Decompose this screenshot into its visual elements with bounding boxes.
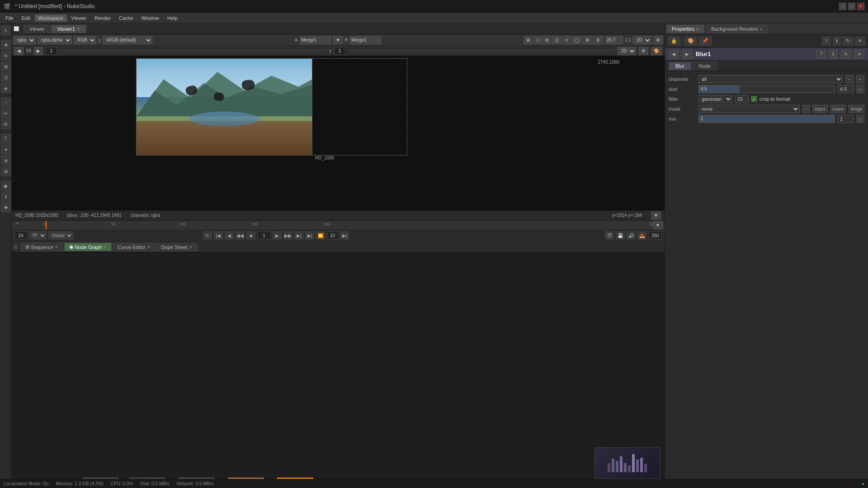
tab-bg-renders-close[interactable]: ✕ [760, 27, 763, 32]
playback-scrubber[interactable] [60, 49, 326, 53]
menu-help[interactable]: Help [164, 14, 181, 22]
close-button[interactable]: ✕ [857, 3, 864, 10]
mask-select[interactable]: none [698, 105, 800, 113]
node-header-nav-left[interactable]: ◀ [669, 50, 679, 59]
global-select[interactable]: Global [48, 231, 73, 239]
tool-particles[interactable]: ✦ [1, 145, 11, 155]
tool-scale[interactable]: ⊞ [1, 61, 11, 71]
tool-paint[interactable]: ✏ [1, 108, 11, 118]
node-header-nav-right[interactable]: ▶ [682, 50, 692, 59]
a-input[interactable] [300, 36, 331, 44]
next-key-btn[interactable]: ▶| [305, 231, 314, 239]
tool-text[interactable]: T [1, 134, 11, 144]
audio-btn[interactable]: 🔊 [627, 231, 636, 239]
tf-select[interactable]: TF [29, 231, 47, 239]
menu-window[interactable]: Window [138, 14, 163, 22]
step-back-btn[interactable]: ◀ [225, 231, 234, 239]
channels-plus-btn[interactable]: + [856, 75, 864, 83]
tab-viewer[interactable]: Viewer [24, 25, 50, 33]
y-input[interactable] [334, 47, 345, 55]
a-menu-btn[interactable]: ▼ [333, 36, 343, 44]
tab-viewer1[interactable]: Viewer1 ✕ [51, 25, 86, 33]
mix-slider-container[interactable]: 1 [698, 115, 835, 123]
viewer-icon-btn-8[interactable]: ⏸ [593, 36, 603, 44]
tool-info[interactable]: ℹ [1, 192, 11, 202]
end-frame-btn[interactable]: ▶| [340, 231, 349, 239]
color-profile-select[interactable]: sRGB (default) [103, 36, 152, 44]
tab-sequence[interactable]: ⊞ Sequence ✕ [20, 243, 63, 251]
props-reload-btn[interactable]: ↻ [843, 37, 853, 46]
end-frame-input[interactable] [648, 231, 662, 239]
channel-select[interactable]: rgba [14, 36, 36, 44]
fps-input[interactable] [14, 231, 27, 239]
timeline-scroll-btn[interactable]: ▼ [653, 221, 663, 229]
viewer-icon-btn-3[interactable]: ⧉ [542, 36, 551, 44]
menu-edit[interactable]: Edit [18, 14, 34, 22]
menu-viewer[interactable]: Viewer [68, 14, 90, 22]
tab-dope-sheet[interactable]: Dope Sheet ✕ [156, 243, 198, 251]
play-every-input[interactable] [327, 231, 338, 239]
subtab-blur[interactable]: Blur [669, 62, 691, 70]
props-help-btn[interactable]: ? [822, 37, 831, 46]
menu-file[interactable]: File [2, 14, 17, 22]
play-back-btn[interactable]: ◀◀ [236, 231, 245, 239]
tool-clone[interactable]: ⧉ [1, 119, 11, 129]
current-frame-input[interactable] [257, 231, 271, 239]
size-input[interactable] [838, 85, 854, 93]
tab-sequence-close[interactable]: ✕ [55, 245, 58, 249]
viewer-icon-btn-7[interactable]: ⚙ [583, 36, 592, 44]
tab-properties[interactable]: Properties ✕ [667, 25, 704, 33]
invert-btn[interactable]: invert [830, 105, 846, 113]
viewer-icon-btn-6[interactable]: ◯ [571, 36, 582, 44]
play-fwd-btn[interactable]: ▶ [273, 231, 282, 239]
minimize-button[interactable]: ─ [839, 3, 846, 10]
tab-viewer1-close[interactable]: ✕ [77, 27, 80, 31]
color-picker-btn[interactable]: 🎨 [651, 47, 662, 55]
tool-warp[interactable]: ◈ [1, 83, 11, 93]
node-graph-canvas[interactable]: Read1 M Green Screen001 Read2 4kGreen Sc… [12, 253, 665, 488]
tool-crop[interactable]: ⊡ [1, 72, 11, 82]
tool-roto[interactable]: ○ [1, 98, 11, 108]
props-pin-btn[interactable]: 📌 [699, 37, 712, 46]
viewer-settings-btn[interactable]: ⚙ [653, 36, 663, 44]
tab-properties-close[interactable]: ✕ [696, 27, 699, 32]
tool-color-pick[interactable]: ✚ [1, 202, 11, 212]
next-frame-btn[interactable]: ▶ [34, 47, 43, 55]
alpha-channel-select[interactable]: rgba.alpha [38, 36, 72, 44]
tool-grid[interactable]: ⊞ [1, 166, 11, 176]
filter-size-input[interactable] [735, 95, 749, 103]
props-color-btn[interactable]: 🎨 [684, 37, 697, 46]
view-mode-select[interactable]: 2D [633, 36, 651, 44]
props-info-btn[interactable]: ℹ [833, 37, 841, 46]
tool-arrow[interactable]: ↖ [1, 25, 11, 35]
size-slider-container[interactable]: 4.5 [698, 85, 835, 93]
menu-workspace[interactable]: Workspace [35, 14, 67, 22]
viewer-icon-btn-1[interactable]: ⊞ [524, 36, 533, 44]
mask-minus-btn[interactable]: − [802, 105, 810, 113]
tab-node-graph-close[interactable]: ✕ [103, 245, 107, 249]
tool-move[interactable]: ✥ [1, 40, 11, 50]
tool-rotate[interactable]: ↻ [1, 51, 11, 61]
node-header-reload[interactable]: ↻ [841, 50, 851, 59]
timeline-ruler[interactable]: ▼ 0 50 100 150 200 249 ▼ [12, 221, 665, 230]
filter-select[interactable]: gaussian box triangle [698, 95, 732, 103]
color-mode-select[interactable]: RGB [74, 36, 96, 44]
crop-format-checkbox[interactable]: ✓ [751, 96, 757, 102]
maximize-button[interactable]: □ [848, 3, 855, 10]
size-anim-btn[interactable]: ◇ [856, 85, 864, 93]
channels-select[interactable]: all rgba rgb alpha [698, 75, 843, 83]
prev-frame-btn[interactable]: ◀ [14, 47, 24, 55]
playhead[interactable] [46, 221, 47, 230]
subtab-node[interactable]: Node [692, 62, 717, 70]
loop-btn[interactable]: ↻ [203, 231, 212, 239]
tab-background-renders[interactable]: Background Renders ✕ [706, 25, 768, 33]
stop-btn[interactable]: ■ [246, 231, 255, 239]
viewer-icon-btn-2[interactable]: □ [533, 36, 542, 44]
node-header-close[interactable]: ✕ [854, 50, 864, 59]
fringe-btn[interactable]: fringe [849, 105, 864, 113]
prev-frame-btn2[interactable]: |◀ [214, 231, 223, 239]
tab-curve-editor[interactable]: Curve Editor ✕ [113, 243, 155, 251]
play-every-btn[interactable]: ⏩ [316, 231, 325, 239]
menu-render[interactable]: Render [91, 14, 114, 22]
zoom-input[interactable] [605, 36, 623, 44]
